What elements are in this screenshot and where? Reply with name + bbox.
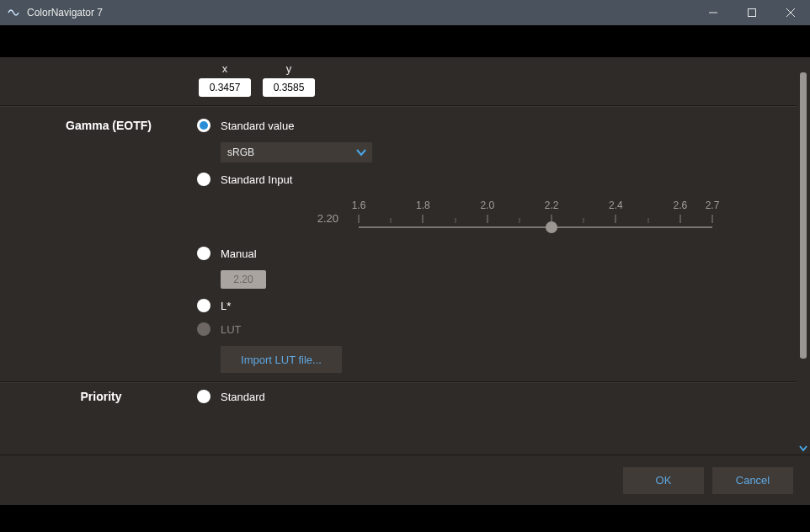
- radio-label: Standard: [221, 391, 265, 403]
- radio-label: L*: [221, 300, 231, 312]
- maximize-button[interactable]: [733, 0, 771, 25]
- ok-button[interactable]: OK: [623, 467, 704, 494]
- radio-manual[interactable]: Manual: [197, 247, 780, 260]
- cancel-button[interactable]: Cancel: [712, 467, 793, 494]
- standard-value-combo[interactable]: sRGB: [221, 142, 372, 162]
- radio-priority-standard[interactable]: Standard: [197, 390, 780, 403]
- slider-tick: [423, 215, 424, 223]
- x-label: x: [222, 62, 228, 75]
- chevron-down-icon: [355, 146, 367, 161]
- scroll-area: x y Gamma (EOTF) Standard value: [0, 57, 810, 455]
- slider-tick: [487, 215, 488, 223]
- app-frame: x y Gamma (EOTF) Standard value: [0, 25, 810, 532]
- slider-tick-label: 1.6: [352, 200, 366, 211]
- scroll-down-button[interactable]: [797, 441, 810, 455]
- radio-icon: [197, 390, 210, 403]
- minimize-button[interactable]: [694, 0, 733, 25]
- slider-tick-label: 2.7: [706, 200, 720, 211]
- scrollbar-thumb[interactable]: [800, 72, 807, 359]
- vertical-scrollbar[interactable]: [798, 72, 808, 439]
- gamma-section-label: Gamma (EOTF): [17, 119, 185, 373]
- gamma-slider-block: 2.20 1.61.82.02.22.42.62.7: [221, 200, 780, 237]
- slider-tick: [455, 218, 456, 223]
- radio-icon: [197, 173, 210, 186]
- import-lut-button[interactable]: Import LUT file...: [221, 346, 342, 373]
- slider-tick: [519, 218, 520, 223]
- radio-label: Standard Input: [221, 173, 292, 186]
- slider-track: [359, 226, 712, 228]
- slider-tick-label: 2.2: [545, 200, 559, 211]
- slider-thumb[interactable]: [546, 221, 557, 233]
- manual-value-box[interactable]: 2.20: [221, 270, 266, 289]
- white-point-xy-row: x y: [0, 57, 797, 97]
- radio-lut: LUT: [197, 322, 780, 336]
- radio-standard-value[interactable]: Standard value: [197, 119, 780, 132]
- radio-icon: [197, 322, 210, 336]
- app-icon: [7, 6, 20, 19]
- radio-icon: [197, 247, 210, 260]
- x-input[interactable]: [199, 78, 251, 97]
- slider-tick: [391, 218, 392, 223]
- radio-standard-input[interactable]: Standard Input: [197, 173, 780, 186]
- slider-tick-label: 2.4: [609, 200, 623, 211]
- slider-tick: [679, 215, 680, 223]
- dialog-footer: OK Cancel: [0, 455, 810, 505]
- titlebar: ColorNavigator 7: [0, 0, 810, 25]
- radio-icon: [197, 299, 210, 312]
- combo-value: sRGB: [227, 146, 254, 158]
- close-button[interactable]: [771, 0, 810, 25]
- slider-tick-label: 2.6: [673, 200, 687, 211]
- slider-tick: [584, 218, 584, 223]
- slider-tick: [359, 215, 360, 223]
- slider-tick-label: 2.0: [480, 200, 494, 211]
- window-title: ColorNavigator 7: [27, 7, 103, 19]
- slider-tick: [647, 218, 648, 223]
- slider-tick: [615, 215, 616, 223]
- y-input[interactable]: [263, 78, 315, 97]
- svg-rect-0: [749, 9, 756, 17]
- radio-icon: [197, 119, 210, 132]
- slider-tick-label: 1.8: [416, 200, 430, 211]
- gamma-slider-readout: 2.20: [285, 212, 338, 225]
- radio-label: Standard value: [221, 120, 294, 132]
- priority-section-label: Priority: [17, 390, 185, 403]
- gamma-section: Gamma (EOTF) Standard value sRGB: [0, 107, 797, 373]
- radio-lstar[interactable]: L*: [197, 299, 780, 312]
- radio-label: Manual: [221, 247, 257, 260]
- y-label: y: [286, 62, 292, 75]
- gamma-slider[interactable]: 1.61.82.02.22.42.62.7: [359, 200, 712, 237]
- slider-tick: [712, 215, 713, 223]
- priority-section: Priority Standard: [0, 383, 797, 403]
- radio-label: LUT: [221, 323, 242, 336]
- manual-value: 2.20: [233, 274, 253, 285]
